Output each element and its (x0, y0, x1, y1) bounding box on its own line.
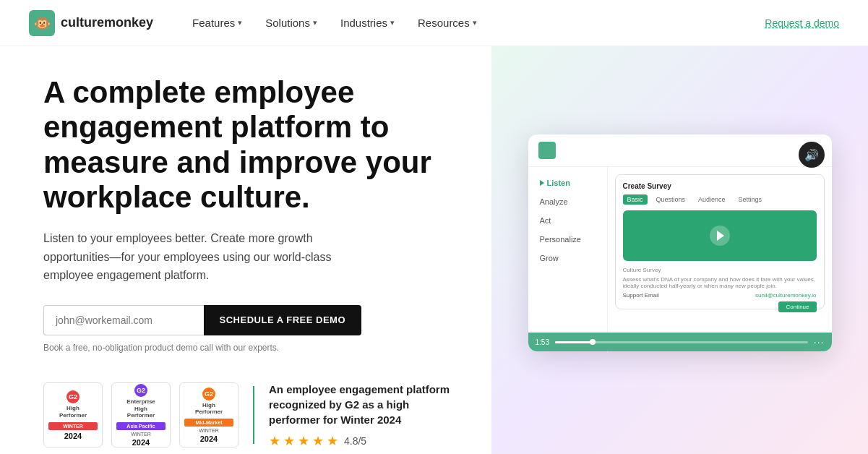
progress-bar: 1:53 ··· (528, 333, 832, 351)
progress-options-icon[interactable]: ··· (814, 336, 825, 348)
request-demo-link[interactable]: Request a demo (765, 17, 839, 29)
star-2: ★ (283, 433, 295, 449)
play-button[interactable] (710, 226, 730, 246)
rating-value: 4.8/5 (344, 435, 366, 447)
progress-time: 1:53 (536, 338, 549, 346)
g2-icon-3: G2 (202, 387, 215, 401)
video-thumbnail[interactable] (623, 210, 817, 261)
form-tabs: Basic Questions Audience Settings (623, 194, 817, 205)
mockup-main: Create Survey Basic Questions Audience S… (608, 167, 832, 352)
mockup-content: Listen Analyze Act Personalize Grow Crea… (528, 167, 832, 352)
tab-basic[interactable]: Basic (623, 194, 648, 205)
right-panel: 🔊 Listen Analyze Act Personalize Grow (491, 46, 868, 454)
logo-text: culturemonkey (61, 15, 153, 30)
sidebar-item-grow[interactable]: Grow (534, 249, 601, 267)
email-input[interactable] (43, 305, 204, 335)
form-title: Create Survey (623, 182, 817, 190)
sound-button[interactable]: 🔊 (799, 142, 825, 168)
mockup-logo-icon (538, 142, 556, 159)
g2-recognition-title: An employee engagement platform recogniz… (269, 382, 457, 427)
sidebar-item-act[interactable]: Act (534, 212, 601, 229)
support-email-label: Support Email (623, 292, 659, 299)
g2-badge-high-performer: G2 HighPerformer WINTER 2024 (43, 382, 103, 447)
separator (253, 386, 254, 444)
survey-description: Assess what's DNA of your company and ho… (623, 276, 817, 289)
cta-row: SCHEDULE A FREE DEMO (43, 305, 361, 335)
left-panel: A complete employee engagement platform … (0, 46, 491, 454)
g2-icon-2: G2 (134, 384, 147, 397)
g2-recognition-block: An employee engagement platform recogniz… (269, 382, 457, 449)
navbar: 🐵 culturemonkey Features ▾ Solutions ▾ I… (0, 0, 868, 46)
logo[interactable]: 🐵 culturemonkey (29, 10, 153, 36)
mockup-header (528, 134, 832, 167)
nav-item-industries[interactable]: Industries ▾ (330, 11, 405, 35)
survey-name-label: Culture Survey (623, 267, 817, 273)
tab-audience[interactable]: Audience (694, 194, 730, 205)
star-1: ★ (269, 433, 280, 449)
play-triangle-icon (540, 180, 544, 186)
schedule-demo-button[interactable]: SCHEDULE A FREE DEMO (204, 305, 361, 335)
support-email-row: Support Email sunil@culturemonkey.io (623, 292, 817, 299)
chevron-down-icon: ▾ (390, 18, 395, 27)
continue-button[interactable]: Continue (778, 301, 816, 312)
progress-track[interactable] (555, 341, 808, 343)
nav-item-solutions[interactable]: Solutions ▾ (255, 11, 327, 35)
support-email-value: sunil@culturemonkey.io (755, 292, 816, 299)
hero-title: A complete employee engagement platform … (43, 75, 463, 215)
nav-links: Features ▾ Solutions ▾ Industries ▾ Reso… (182, 11, 765, 35)
g2-badge-enterprise: G2 EnterpriseHighPerformer Asia Pacific … (111, 382, 171, 447)
main-content: A complete employee engagement platform … (0, 46, 868, 454)
progress-fill (555, 341, 593, 343)
cta-note: Book a free, no-obligation product demo … (43, 343, 463, 353)
nav-item-resources[interactable]: Resources ▾ (408, 11, 487, 35)
g2-icon-1: G2 (66, 390, 80, 403)
progress-dot (590, 339, 596, 345)
sidebar-item-analyze[interactable]: Analyze (534, 193, 601, 210)
play-icon (717, 231, 724, 241)
star-4: ★ (312, 433, 324, 449)
stars-row: ★ ★ ★ ★ ★ 4.8/5 (269, 433, 457, 449)
star-half: ★ (327, 433, 338, 449)
hero-subtitle: Listen to your employees better. Create … (43, 229, 361, 285)
survey-form: Create Survey Basic Questions Audience S… (615, 174, 825, 309)
star-3: ★ (298, 433, 309, 449)
nav-item-features[interactable]: Features ▾ (182, 11, 252, 35)
chevron-down-icon: ▾ (473, 18, 477, 27)
badges-row: G2 HighPerformer WINTER 2024 G2 Enterpri… (43, 382, 463, 449)
app-mockup: 🔊 Listen Analyze Act Personalize Grow (528, 134, 832, 351)
sidebar-item-listen[interactable]: Listen (534, 174, 601, 192)
chevron-down-icon: ▾ (313, 18, 317, 27)
logo-part1: culture (61, 15, 104, 30)
logo-icon: 🐵 (29, 10, 55, 36)
g2-badges-group: G2 HighPerformer WINTER 2024 G2 Enterpri… (43, 382, 239, 447)
mockup-sidebar: Listen Analyze Act Personalize Grow (528, 167, 608, 352)
tab-settings[interactable]: Settings (734, 194, 767, 205)
sidebar-item-personalize[interactable]: Personalize (534, 231, 601, 248)
logo-part2: monkey (104, 15, 153, 30)
g2-badge-mid-market: G2 HighPerformer Mid-Market WINTER 2024 (179, 382, 239, 447)
tab-questions[interactable]: Questions (652, 194, 690, 205)
chevron-down-icon: ▾ (238, 18, 242, 27)
